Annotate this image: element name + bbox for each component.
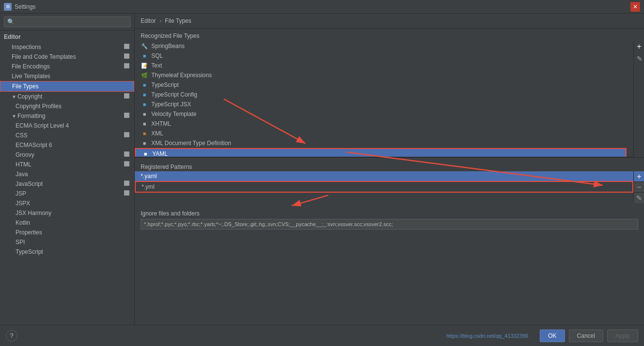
content-wrapper: Editor › File Types Recognized File Type… — [135, 14, 644, 325]
list-item-text[interactable]: 📝 Text — [135, 61, 627, 70]
breadcrumb: Editor › File Types — [135, 14, 644, 29]
list-item-yaml[interactable]: ■ YAML — [135, 148, 627, 157]
file-types-list: 🔧 SpringBeans ■ SQL 📝 Text — [135, 41, 633, 157]
list-item-typescript[interactable]: ■ TypeScript — [135, 80, 627, 90]
live-templates-label: Live Templates — [12, 73, 50, 80]
list-item-sql[interactable]: ■ SQL — [135, 51, 627, 61]
sidebar-item-inspections[interactable]: Inspections ⬜ — [0, 42, 134, 52]
sidebar-item-ecma4[interactable]: ECMA Script Level 4 — [0, 121, 134, 131]
sidebar-item-groovy[interactable]: Groovy ⬜ — [0, 150, 134, 160]
file-types-actions: + ✎ — [633, 41, 644, 157]
sidebar-item-kotlin[interactable]: Kotlin — [0, 218, 134, 228]
spi-label: SPI — [16, 239, 25, 246]
sidebar-item-file-encodings[interactable]: File Encodings ⬜ — [0, 62, 134, 71]
thymeleaf-icon: 🌿 — [141, 71, 148, 79]
sidebar-item-formatting[interactable]: ▼ Formatting ⬜ — [0, 111, 134, 121]
kotlin-label: Kotlin — [16, 219, 30, 226]
thymeleaf-label: Thymeleaf Expressions — [151, 72, 212, 79]
sidebar-item-copyright[interactable]: ▼ Copyright ⬜ — [0, 92, 134, 101]
html-label: HTML — [16, 161, 32, 168]
file-types-label: File Types — [12, 83, 38, 90]
sidebar-item-properties[interactable]: Properties — [0, 228, 134, 237]
ok-button[interactable]: OK — [540, 330, 564, 342]
sidebar-item-java[interactable]: Java — [0, 169, 134, 179]
list-item-xml[interactable]: ■ XML — [135, 129, 627, 138]
sidebar-item-jsp[interactable]: JSP ⬜ — [0, 189, 134, 198]
list-item-springbeans[interactable]: 🔧 SpringBeans — [135, 41, 627, 51]
sidebar-item-html[interactable]: HTML ⬜ — [0, 160, 134, 169]
sidebar-item-css[interactable]: CSS ⬜ — [0, 131, 134, 140]
edit-pattern-button[interactable]: ✎ — [634, 193, 644, 203]
content-body: Recognized File Types 🔧 SpringBeans — [135, 29, 644, 230]
breadcrumb-editor: Editor — [141, 17, 156, 24]
xml-label: XML — [151, 130, 163, 137]
add-file-type-button[interactable]: + — [634, 41, 644, 52]
sql-label: SQL — [151, 52, 163, 59]
sidebar-item-live-templates[interactable]: Live Templates — [0, 71, 134, 81]
jsx-harmony-label: JSX Harmony — [16, 210, 51, 216]
list-item-thymeleaf[interactable]: 🌿 Thymeleaf Expressions — [135, 70, 627, 80]
copy-icon: ⬜ — [124, 44, 130, 50]
apply-button[interactable]: Apply — [607, 330, 638, 342]
text-icon: 📝 — [141, 62, 148, 69]
remove-pattern-button[interactable]: − — [634, 182, 644, 193]
css-label: CSS — [16, 132, 28, 139]
title-bar: ⚙ Settings ✕ — [0, 0, 644, 14]
inspections-label: Inspections — [12, 44, 41, 50]
close-button[interactable]: ✕ — [630, 2, 640, 12]
patterns-container: *.yaml *.yml + − ✎ — [135, 171, 644, 203]
copy-icon-3: ⬜ — [124, 63, 130, 70]
search-input[interactable] — [4, 16, 130, 27]
copy-icon-5: ⬜ — [124, 113, 130, 119]
list-item-typescript-jsx[interactable]: ■ TypeScript JSX — [135, 99, 627, 109]
sidebar-item-javascript[interactable]: JavaScript ⬜ — [0, 179, 134, 189]
sidebar-item-jspx[interactable]: JSPX — [0, 198, 134, 208]
xml-dtd-label: XML Document Type Definition — [151, 140, 231, 147]
sidebar-item-typescript[interactable]: TypeScript — [0, 247, 134, 257]
list-item-typescript-config[interactable]: ■ TypeScript Config — [135, 90, 627, 99]
xml-dtd-icon: ■ — [141, 139, 148, 147]
breadcrumb-sep: › — [160, 17, 161, 24]
springbeans-label: SpringBeans — [151, 43, 185, 49]
app-icon: ⚙ — [4, 3, 12, 11]
pattern-yml-label: *.yml — [142, 183, 155, 190]
springbeans-icon: 🔧 — [141, 42, 148, 50]
list-item-xhtml[interactable]: ■ XHTML — [135, 119, 627, 129]
editor-label: Editor — [4, 33, 21, 40]
edit-file-type-button[interactable]: ✎ — [634, 53, 644, 65]
formatting-label: Formatting — [17, 113, 45, 119]
pattern-item-yaml[interactable]: *.yaml — [135, 171, 633, 181]
cancel-button[interactable]: Cancel — [569, 330, 603, 342]
yaml-icon: ■ — [142, 150, 149, 157]
yaml-label: YAML — [152, 150, 168, 157]
add-pattern-button[interactable]: + — [634, 171, 644, 182]
sidebar-item-file-types[interactable]: File Types — [0, 81, 134, 92]
groovy-label: Groovy — [16, 151, 34, 158]
patterns-list: *.yaml *.yml — [135, 171, 633, 203]
sql-icon: ■ — [141, 52, 148, 60]
sidebar-item-jsx-harmony[interactable]: JSX Harmony — [0, 208, 134, 218]
javascript-label: JavaScript — [16, 181, 43, 187]
pattern-item-yml[interactable]: *.yml — [135, 181, 633, 193]
file-code-templates-label: File and Code Templates — [12, 53, 76, 60]
sidebar-item-file-code-templates[interactable]: File and Code Templates ⬜ — [0, 52, 134, 62]
typescript-label: TypeScript — [16, 248, 43, 255]
registered-patterns-label: Registered Patterns — [135, 161, 644, 171]
expand-icon-2: ▼ — [12, 114, 17, 119]
copy-icon-8: ⬜ — [124, 161, 130, 168]
list-item-velocity[interactable]: ■ Velocity Template — [135, 109, 627, 119]
file-types-section-label: Recognized File Types — [135, 29, 644, 41]
help-button[interactable]: ? — [6, 330, 17, 342]
ignore-input[interactable] — [141, 219, 638, 230]
typescript-jsx-label: TypeScript JSX — [151, 101, 191, 108]
xhtml-label: XHTML — [151, 120, 171, 127]
sidebar-item-copyright-profiles[interactable]: Copyright Profiles — [0, 101, 134, 111]
sidebar-item-ecmascript6[interactable]: ECMAScript 6 — [0, 140, 134, 150]
ecmascript6-label: ECMAScript 6 — [16, 142, 52, 148]
xml-icon: ■ — [141, 130, 148, 137]
breadcrumb-file-types: File Types — [165, 17, 191, 24]
list-item-xml-dtd[interactable]: ■ XML Document Type Definition — [135, 138, 627, 148]
text-label: Text — [151, 62, 162, 69]
sidebar-item-spi[interactable]: SPI — [0, 237, 134, 247]
url-bar: https://blog.csdn.net/qq_41332396 — [446, 333, 528, 339]
